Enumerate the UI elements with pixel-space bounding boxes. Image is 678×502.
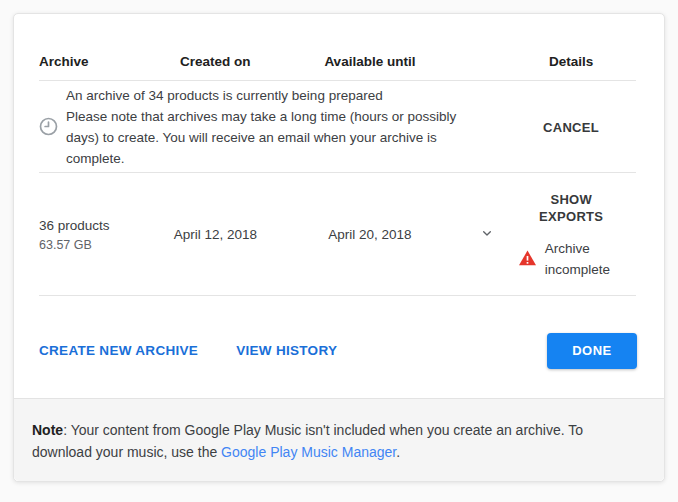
cancel-button[interactable]: CANCEL bbox=[543, 119, 599, 136]
archive-manager-dialog: Archive Created on Available until Detai… bbox=[13, 13, 665, 482]
preparing-message-line2: Please note that archives may take a lon… bbox=[66, 109, 456, 166]
show-exports-button[interactable]: SHOW EXPORTS bbox=[526, 191, 616, 225]
expand-row-control[interactable] bbox=[467, 225, 507, 244]
archive-available-until: April 20, 2018 bbox=[300, 227, 439, 242]
preparing-message-line1: An archive of 34 products is currently b… bbox=[66, 88, 383, 103]
archive-summary-cell: 36 products 63.57 GB bbox=[39, 215, 166, 254]
done-button[interactable]: DONE bbox=[547, 333, 637, 369]
clock-icon bbox=[39, 117, 58, 136]
preparing-details-cell: CANCEL bbox=[506, 118, 636, 136]
dialog-actions: CREATE NEW ARCHIVE VIEW HISTORY DONE bbox=[14, 296, 664, 398]
column-header-available-until: Available until bbox=[300, 54, 439, 69]
warning-triangle-icon bbox=[518, 249, 537, 269]
archive-details-cell: SHOW EXPORTS Archive incomplete bbox=[506, 189, 636, 280]
archive-size: 63.57 GB bbox=[39, 236, 166, 254]
table-row-preparing: An archive of 34 products is currently b… bbox=[39, 81, 636, 173]
column-header-archive: Archive bbox=[39, 54, 166, 69]
status-badge: Archive incomplete bbox=[545, 238, 625, 280]
table-row-archive: 36 products 63.57 GB April 12, 2018 Apri… bbox=[39, 173, 636, 296]
preparing-message: An archive of 34 products is currently b… bbox=[66, 85, 461, 169]
view-history-button[interactable]: VIEW HISTORY bbox=[236, 343, 337, 358]
chevron-down-icon bbox=[479, 225, 495, 244]
column-header-details: Details bbox=[506, 54, 636, 69]
archive-status: Archive incomplete bbox=[518, 238, 625, 280]
create-new-archive-button[interactable]: CREATE NEW ARCHIVE bbox=[39, 343, 198, 358]
note-text-after-link: . bbox=[396, 444, 400, 460]
preparing-message-cell: An archive of 34 products is currently b… bbox=[39, 85, 481, 169]
archive-created-on: April 12, 2018 bbox=[166, 227, 266, 242]
archive-products-count: 36 products bbox=[39, 215, 166, 236]
footer-note: Note: Your content from Google Play Musi… bbox=[14, 398, 664, 481]
note-label: Note bbox=[32, 422, 63, 438]
column-header-created-on: Created on bbox=[166, 54, 266, 69]
table-header-row: Archive Created on Available until Detai… bbox=[39, 14, 636, 81]
archive-table: Archive Created on Available until Detai… bbox=[39, 14, 636, 296]
google-play-music-manager-link[interactable]: Google Play Music Manager bbox=[221, 444, 396, 460]
